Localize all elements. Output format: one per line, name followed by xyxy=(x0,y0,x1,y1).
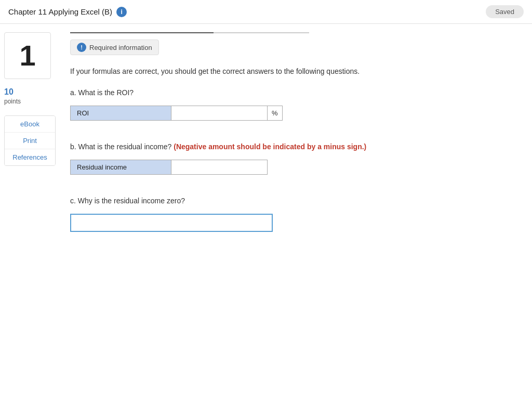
question-c-label: c. Why is the residual income zero? xyxy=(70,196,522,206)
question-number-box: 1 xyxy=(4,32,51,79)
header-left: Chapter 11 Applying Excel (B) i xyxy=(8,7,127,17)
sidebar-nav: eBook Print References xyxy=(4,115,56,166)
roi-input[interactable] xyxy=(171,106,267,120)
residual-field-cell[interactable] xyxy=(171,160,268,175)
header: Chapter 11 Applying Excel (B) i Saved xyxy=(0,0,532,24)
exclamation-icon: ! xyxy=(77,43,86,52)
saved-badge: Saved xyxy=(486,5,524,18)
points-label: points xyxy=(4,98,56,105)
sidebar-item-references[interactable]: References xyxy=(5,149,55,165)
negative-note: (Negative amount should be indicated by … xyxy=(174,142,366,151)
required-info-bar: ! Required information xyxy=(70,32,522,55)
residual-input[interactable] xyxy=(171,160,267,174)
progress-track xyxy=(70,32,309,33)
question-number: 1 xyxy=(19,41,35,70)
question-c-block: c. Why is the residual income zero? xyxy=(70,196,522,232)
question-c-input[interactable] xyxy=(70,214,273,232)
info-icon[interactable]: i xyxy=(116,7,127,17)
main-layout: 1 10 points eBook Print References ! Req… xyxy=(0,24,532,261)
roi-unit: % xyxy=(268,106,283,121)
question-b-label: b. What is the residual income? (Negativ… xyxy=(70,141,522,152)
page-title: Chapter 11 Applying Excel (B) xyxy=(8,7,112,16)
points-value: 10 xyxy=(4,87,56,97)
roi-label: ROI xyxy=(70,106,171,121)
question-intro: If your formulas are correct, you should… xyxy=(70,66,522,77)
roi-input-row: ROI % xyxy=(70,106,522,121)
question-a-label: a. What is the ROI? xyxy=(70,87,522,98)
sidebar: 1 10 points eBook Print References xyxy=(0,24,60,261)
sidebar-item-ebook[interactable]: eBook xyxy=(5,116,55,133)
content-area: ! Required information If your formulas … xyxy=(60,24,532,261)
required-info-text: Required information xyxy=(89,44,152,51)
sidebar-item-print[interactable]: Print xyxy=(5,133,55,149)
text-answer-container xyxy=(70,214,522,232)
required-banner: ! Required information xyxy=(70,40,159,55)
question-b-block: b. What is the residual income? (Negativ… xyxy=(70,141,522,175)
residual-label: Residual income xyxy=(70,160,171,175)
roi-field-cell[interactable] xyxy=(171,106,268,121)
residual-input-row: Residual income xyxy=(70,160,522,175)
question-a-block: a. What is the ROI? ROI % xyxy=(70,87,522,121)
progress-fill xyxy=(70,32,214,33)
